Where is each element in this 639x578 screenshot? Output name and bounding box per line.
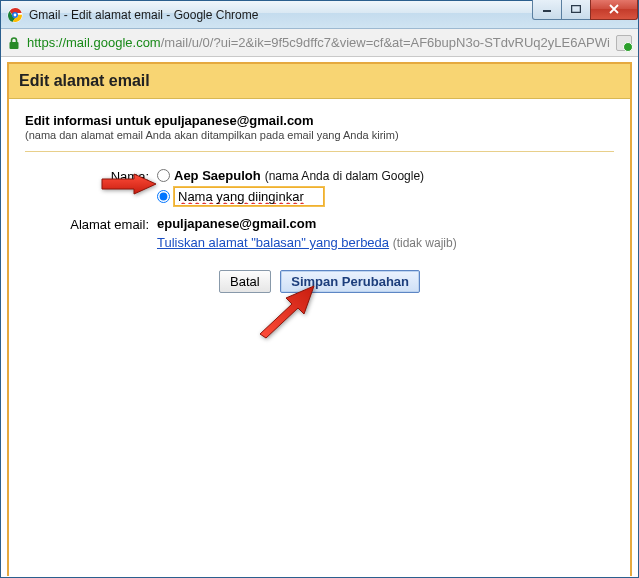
button-row: Batal Simpan Perubahan [25, 270, 614, 293]
minimize-button[interactable] [532, 0, 562, 20]
email-label: Alamat email: [25, 216, 157, 232]
svg-point-2 [14, 13, 17, 16]
reply-to-link[interactable]: Tuliskan alamat "balasan" yang berbeda [157, 235, 389, 250]
svg-rect-4 [572, 6, 581, 13]
name-google-radio[interactable] [157, 169, 170, 182]
settings-panel: Edit alamat email Edit informasi untuk e… [7, 62, 632, 576]
reply-optional: (tidak wajib) [393, 236, 457, 250]
save-button[interactable]: Simpan Perubahan [280, 270, 420, 293]
name-google-hint: (nama Anda di dalam Google) [265, 169, 424, 183]
page-title: Edit alamat email [9, 64, 630, 99]
url-scheme: https:// [27, 35, 66, 50]
chrome-window: Gmail - Edit alamat email - Google Chrom… [0, 0, 639, 578]
titlebar: Gmail - Edit alamat email - Google Chrom… [1, 1, 638, 29]
maximize-button[interactable] [561, 0, 591, 20]
section-subtitle: (nama dan alamat email Anda akan ditampi… [25, 129, 614, 141]
page-badge-icon[interactable] [616, 35, 632, 51]
section-title: Edit informasi untuk epuljapanese@gmail.… [25, 113, 614, 128]
url-host: mail.google.com [66, 35, 161, 50]
window-title: Gmail - Edit alamat email - Google Chrom… [29, 8, 258, 22]
cancel-button[interactable]: Batal [219, 270, 271, 293]
url-text[interactable]: https://mail.google.com/mail/u/0/?ui=2&i… [27, 35, 610, 50]
svg-rect-3 [543, 10, 551, 12]
lock-icon [7, 36, 21, 50]
chrome-icon [7, 7, 23, 23]
url-path: /mail/u/0/?ui=2&ik=9f5c9dffc7&view=cf&at… [161, 35, 610, 50]
name-custom-input[interactable] [174, 187, 324, 206]
divider [25, 151, 614, 152]
address-bar: https://mail.google.com/mail/u/0/?ui=2&i… [1, 29, 638, 57]
name-google-value: Aep Saepuloh [174, 168, 261, 183]
close-button[interactable] [590, 0, 638, 20]
name-custom-radio[interactable] [157, 190, 170, 203]
email-value: epuljapanese@gmail.com [157, 216, 614, 231]
page-content: Edit alamat email Edit informasi untuk e… [2, 57, 637, 576]
svg-rect-5 [10, 42, 19, 49]
name-label: Nama: [25, 168, 157, 184]
window-controls [533, 0, 638, 20]
